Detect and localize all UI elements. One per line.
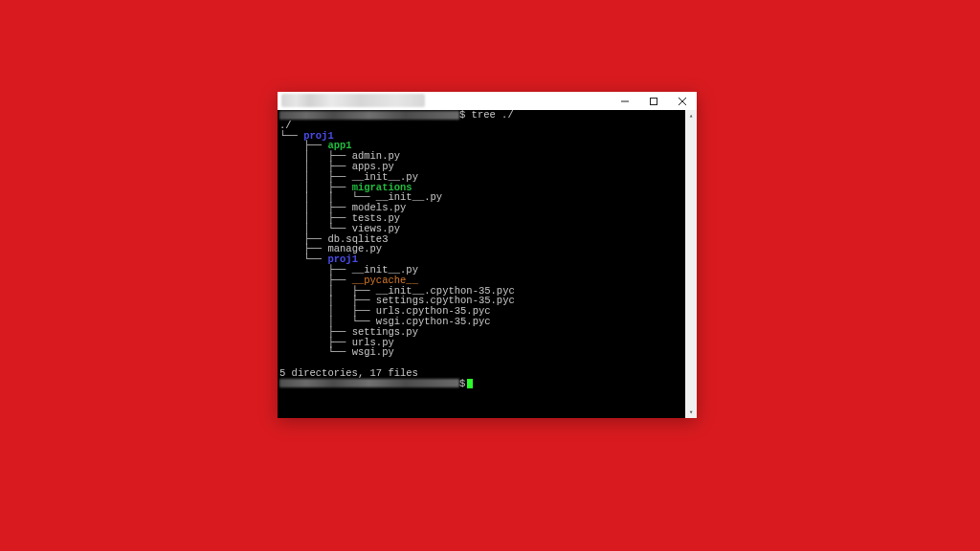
cursor [467, 379, 473, 388]
window-title-obscured [281, 94, 425, 107]
prompt-symbol: $ [459, 378, 465, 389]
scroll-up-button[interactable]: ▴ [685, 110, 697, 121]
prompt-symbol: $ [459, 110, 472, 121]
prompt-path-obscured [279, 111, 459, 120]
terminal-output[interactable]: $ tree ././└── proj1 ├── app1 │ ├── admi… [278, 110, 685, 418]
command-text: tree ./ [472, 110, 514, 121]
maximize-button[interactable] [639, 92, 668, 110]
close-button[interactable] [668, 92, 697, 110]
tree-summary: 5 directories, 17 files [279, 367, 418, 379]
scroll-down-button[interactable]: ▾ [685, 407, 697, 418]
titlebar[interactable] [278, 92, 697, 110]
tree-branch: └── [279, 346, 352, 358]
scrollbar[interactable]: ▴ ▾ [685, 110, 697, 418]
window-controls [611, 92, 697, 110]
terminal-area: $ tree ././└── proj1 ├── app1 │ ├── admi… [278, 110, 697, 418]
terminal-window: $ tree ././└── proj1 ├── app1 │ ├── admi… [278, 92, 697, 418]
tree-node: wsgi.py [352, 346, 394, 358]
prompt-path-obscured [279, 379, 459, 387]
svg-rect-1 [651, 98, 657, 104]
minimize-button[interactable] [611, 92, 639, 110]
